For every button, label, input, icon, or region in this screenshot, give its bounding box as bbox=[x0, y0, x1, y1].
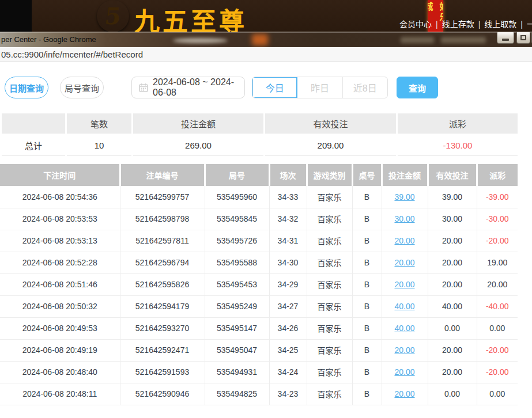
cell-payout: -20.00 bbox=[477, 230, 518, 252]
header-payout: 派彩 bbox=[477, 164, 518, 186]
cell-table-no: B bbox=[352, 230, 382, 252]
site-header: 5 九五至尊 娱乐城 会员中心|线上存款|线上取款|一键 bbox=[0, 0, 532, 32]
cell-round-no: 535495249 bbox=[205, 295, 269, 317]
cell-game-type: 百家乐 bbox=[307, 383, 352, 405]
bet-amount-link[interactable]: 39.00 bbox=[394, 192, 414, 202]
redacted-account-info bbox=[401, 37, 434, 43]
cell-bet-time: 2024-06-08 20:54:36 bbox=[0, 186, 120, 208]
summary-valid-bet-value: 209.00 bbox=[265, 135, 396, 156]
nav-link[interactable]: 线上取款 bbox=[484, 20, 516, 29]
cell-payout: -39.00 bbox=[477, 186, 518, 208]
yesterday-button[interactable]: 昨日 bbox=[297, 77, 342, 98]
cell-bet-amount: 20.00 bbox=[382, 230, 428, 252]
address-bar[interactable]: 05.cc:9900/infe/mcenter/#/betRecord bbox=[0, 47, 532, 62]
header-valid-bet: 有效投注 bbox=[428, 164, 477, 186]
bet-amount-link[interactable]: 40.00 bbox=[394, 324, 414, 333]
table-row: 2024-06-08 20:54:36 521642599757 5354959… bbox=[0, 186, 518, 208]
url-text: 05.cc:9900/infe/mcenter/#/betRecord bbox=[0, 50, 143, 59]
cell-valid-bet: 20.00 bbox=[428, 273, 477, 295]
bet-amount-link[interactable]: 40.00 bbox=[394, 302, 414, 311]
table-row: 2024-06-08 20:49:19 521642592471 5354950… bbox=[0, 339, 518, 361]
nav-separator: | bbox=[520, 20, 523, 29]
bet-table-body: 2024-06-08 20:54:36 521642599757 5354959… bbox=[0, 186, 518, 405]
bet-amount-link[interactable]: 20.00 bbox=[394, 280, 414, 289]
round-query-tab[interactable]: 局号查询 bbox=[60, 77, 104, 98]
cell-payout: -20.00 bbox=[477, 339, 518, 361]
quick-range-group: 今日 昨日 近8日 bbox=[252, 77, 388, 98]
cell-bet-amount: 40.00 bbox=[382, 295, 428, 317]
cell-session: 34-27 bbox=[269, 295, 307, 317]
cell-valid-bet: 20.00 bbox=[428, 252, 477, 273]
maximize-icon bbox=[520, 35, 526, 40]
summary-header-payout: 派彩 bbox=[398, 113, 518, 134]
nav-separator: | bbox=[436, 20, 438, 29]
header-black-strip bbox=[0, 0, 32, 32]
summary-header-valid-bet: 有效投注 bbox=[265, 113, 396, 134]
bet-amount-link[interactable]: 20.00 bbox=[394, 367, 414, 377]
cell-bet-time: 2024-06-08 20:53:13 bbox=[0, 230, 120, 252]
cell-game-type: 百家乐 bbox=[307, 339, 352, 361]
bet-records-table: 下注时间 注单编号 局号 场次 游戏类别 桌号 投注金额 有效投注 派彩 202… bbox=[0, 164, 518, 405]
bet-amount-link[interactable]: 20.00 bbox=[394, 389, 414, 398]
cell-valid-bet: 0.00 bbox=[428, 383, 477, 405]
window-title: per Center - Google Chrome bbox=[1, 35, 96, 44]
cell-bet-time: 2024-06-08 20:48:11 bbox=[0, 383, 120, 405]
cell-payout: 20.00 bbox=[477, 273, 518, 295]
summary-total-label: 总计 bbox=[2, 135, 65, 156]
nav-link[interactable]: 一键 bbox=[527, 20, 532, 29]
cell-valid-bet: 30.00 bbox=[428, 208, 477, 230]
cell-session: 34-30 bbox=[269, 252, 307, 273]
cell-round-no: 535495726 bbox=[205, 230, 269, 252]
bet-amount-link[interactable]: 20.00 bbox=[394, 236, 414, 245]
bet-amount-link[interactable]: 30.00 bbox=[394, 214, 414, 223]
cell-table-no: B bbox=[352, 295, 382, 317]
cell-bet-amount: 20.00 bbox=[382, 383, 428, 405]
cell-order-no: 521642595826 bbox=[120, 273, 205, 295]
summary-payout-value: -130.00 bbox=[398, 135, 518, 156]
header-round-no: 局号 bbox=[205, 164, 269, 186]
date-range-value: 2024-06-08 ~ 2024-06-08 bbox=[153, 77, 244, 98]
cell-table-no: B bbox=[352, 186, 382, 208]
cell-round-no: 535495453 bbox=[205, 273, 269, 295]
maximize-button[interactable] bbox=[516, 32, 530, 44]
cell-session: 34-32 bbox=[269, 208, 307, 230]
decorative-ornament bbox=[173, 38, 228, 43]
today-label: 今日 bbox=[266, 81, 284, 94]
table-row: 2024-06-08 20:48:11 521642590946 5354948… bbox=[0, 383, 518, 405]
header-table-no: 桌号 bbox=[352, 164, 382, 186]
cell-round-no: 535495588 bbox=[205, 252, 269, 273]
bet-amount-link[interactable]: 20.00 bbox=[394, 345, 414, 355]
summary-total-row: 总计 10 269.00 209.00 -130.00 bbox=[2, 135, 518, 156]
search-button[interactable]: 查询 bbox=[397, 77, 438, 98]
bet-amount-link[interactable]: 20.00 bbox=[394, 258, 414, 267]
cell-game-type: 百家乐 bbox=[307, 273, 352, 295]
cell-session: 34-33 bbox=[269, 186, 307, 208]
minimize-icon bbox=[502, 39, 509, 41]
cell-valid-bet: 20.00 bbox=[428, 361, 477, 383]
bet-record-page: 日期查询 局号查询 2024-06-08 ~ 2024-06-08 今日 昨日 … bbox=[0, 62, 532, 418]
last-8-days-label: 近8日 bbox=[353, 81, 377, 94]
cell-table-no: B bbox=[352, 383, 382, 405]
redacted-account-info bbox=[441, 37, 486, 43]
cell-table-no: B bbox=[352, 361, 382, 383]
cell-bet-time: 2024-06-08 20:50:32 bbox=[0, 295, 120, 317]
summary-bet-amount-value: 269.00 bbox=[133, 135, 263, 156]
nav-link[interactable]: 会员中心 bbox=[399, 20, 432, 29]
nav-separator: | bbox=[478, 20, 481, 29]
date-range-picker[interactable]: 2024-06-08 ~ 2024-06-08 bbox=[131, 77, 245, 98]
header-session: 场次 bbox=[269, 164, 307, 186]
date-query-tab[interactable]: 日期查询 bbox=[5, 77, 48, 98]
last-8-days-button[interactable]: 近8日 bbox=[343, 77, 387, 98]
cell-payout: -30.00 bbox=[477, 208, 518, 230]
minimize-button[interactable] bbox=[497, 32, 514, 44]
cell-session: 34-23 bbox=[269, 383, 307, 405]
cell-payout: 19.00 bbox=[477, 252, 518, 273]
search-button-label: 查询 bbox=[409, 82, 426, 94]
cell-round-no: 535495845 bbox=[205, 208, 269, 230]
cell-round-no: 535495960 bbox=[205, 186, 269, 208]
nav-link[interactable]: 线上存款 bbox=[442, 20, 474, 29]
cell-order-no: 521642596794 bbox=[120, 252, 205, 273]
today-button[interactable]: 今日 bbox=[252, 77, 297, 98]
header-order-no: 注单编号 bbox=[120, 164, 205, 186]
cell-payout: -20.00 bbox=[477, 361, 518, 383]
